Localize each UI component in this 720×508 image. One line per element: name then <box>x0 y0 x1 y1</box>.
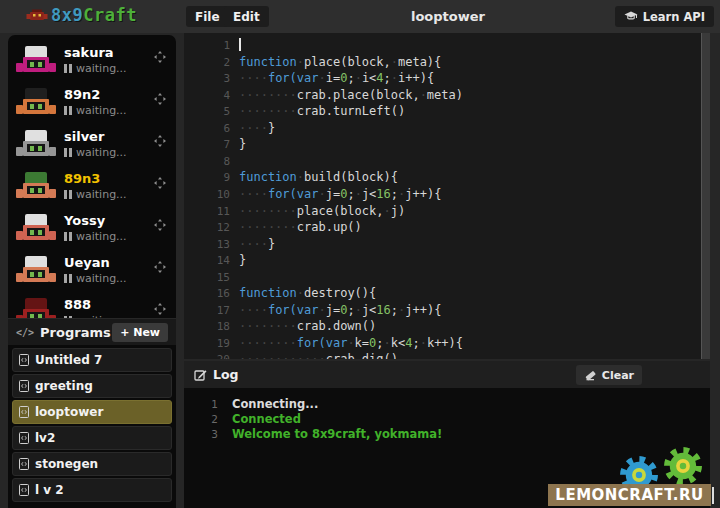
player-row[interactable]: silverwaiting... <box>8 127 176 169</box>
code-token: · <box>384 336 391 350</box>
code-token: meta){ <box>398 55 441 69</box>
player-row[interactable]: Yossywaiting... <box>8 211 176 253</box>
watermark-text-cursor <box>712 487 714 504</box>
player-row[interactable]: Ueyanwaiting... <box>8 253 176 295</box>
code-token: place(block, <box>304 55 391 69</box>
code-line[interactable]: 2function·place(block,·meta){ <box>184 54 441 71</box>
code-token: crab.up() <box>297 220 362 234</box>
code-token: ; <box>347 71 354 85</box>
program-item[interactable]: lv2 <box>12 426 172 450</box>
player-status: waiting... <box>64 188 127 201</box>
pause-icon <box>64 64 72 73</box>
code-line[interactable]: 5········crab.turnLeft() <box>184 103 405 120</box>
code-line[interactable]: 16function·destroy(){ <box>184 285 376 302</box>
player-row[interactable]: sakurawaiting... <box>8 43 176 85</box>
file-code-icon <box>19 432 29 444</box>
code-token: j++){ <box>405 187 441 201</box>
app-window: 8x9Craft File Edit looptower Learn API s… <box>0 0 720 508</box>
code-token: · <box>318 303 325 317</box>
code-line[interactable]: 1 <box>184 37 241 54</box>
code-token: ········ <box>239 88 297 102</box>
pause-icon <box>64 274 72 283</box>
learn-api-button[interactable]: Learn API <box>615 6 714 27</box>
player-status: waiting... <box>64 104 127 117</box>
player-row[interactable]: 89n2waiting... <box>8 85 176 127</box>
code-editor[interactable]: 12function·place(block,·meta){3····for(v… <box>184 33 710 359</box>
player-name: Yossy <box>64 213 105 228</box>
program-item[interactable]: greeting <box>12 374 172 398</box>
new-program-button[interactable]: + New <box>112 323 168 342</box>
line-number: 7 <box>184 137 239 153</box>
player-name: 89n2 <box>64 87 100 102</box>
programs-header: </> Programs + New <box>8 318 176 345</box>
sidebar: sakurawaiting...89n2waiting...silverwait… <box>8 35 176 508</box>
code-token: j< <box>362 187 376 201</box>
code-token: crab.turnLeft() <box>297 104 405 118</box>
code-line[interactable]: 3····for(var·i=0;·i<4;·i++){ <box>184 70 434 87</box>
code-line[interactable]: 17····for(var·j=0;·j<16;·j++){ <box>184 302 441 319</box>
crab-logo-icon <box>26 8 48 23</box>
log-line-number: 3 <box>184 428 232 440</box>
code-token: build(block){ <box>304 170 398 184</box>
code-line[interactable]: 4········crab.place(block,·meta) <box>184 87 463 104</box>
code-line[interactable]: 11········place(block,·j) <box>184 203 405 220</box>
move-player-icon[interactable] <box>154 216 166 235</box>
code-token: } <box>268 237 275 251</box>
code-line[interactable]: 6····} <box>184 120 275 137</box>
program-list: Untitled 7greetinglooptowerlv2stonegenl … <box>8 345 176 508</box>
player-name: Ueyan <box>64 255 110 270</box>
player-row[interactable]: 89n3waiting... <box>8 169 176 211</box>
code-line[interactable]: 14} <box>184 252 246 269</box>
log-entry: 3Welcome to 8x9craft, yokmama! <box>184 426 710 441</box>
pause-icon <box>64 106 72 115</box>
player-list: sakurawaiting...89n2waiting...silverwait… <box>8 35 176 318</box>
code-token: · <box>420 336 427 350</box>
code-line[interactable]: 9function·build(block){ <box>184 169 398 186</box>
code-token: ···· <box>239 121 268 135</box>
move-player-icon[interactable] <box>154 258 166 277</box>
code-line[interactable]: 19········for(var·k=0;·k<4;·k++){ <box>184 335 463 352</box>
program-label: greeting <box>35 379 93 393</box>
app-logo: 8x9Craft <box>26 5 137 25</box>
code-token: ; <box>347 303 354 317</box>
player-avatar <box>16 214 56 243</box>
code-token: for(var <box>268 71 319 85</box>
code-token: function <box>239 55 297 69</box>
player-row[interactable]: 888waiting... <box>8 295 176 318</box>
code-line[interactable]: 13····} <box>184 236 275 253</box>
move-player-icon[interactable] <box>154 300 166 318</box>
log-line-number: 1 <box>184 398 232 410</box>
code-token: } <box>268 121 275 135</box>
player-status: waiting... <box>64 62 127 75</box>
code-line[interactable]: 10····for(var·j=0;·j<16;·j++){ <box>184 186 441 203</box>
code-token: k++){ <box>427 336 463 350</box>
program-item[interactable]: l v 2 <box>12 478 172 502</box>
line-number: 18 <box>184 319 239 335</box>
code-line[interactable]: 8 <box>184 153 239 170</box>
code-token: k< <box>391 336 405 350</box>
code-token: j++){ <box>405 303 441 317</box>
program-item[interactable]: looptower <box>12 400 172 424</box>
move-player-icon[interactable] <box>154 132 166 151</box>
move-player-icon[interactable] <box>154 90 166 109</box>
file-code-icon <box>19 458 29 470</box>
clear-log-button[interactable]: Clear <box>576 365 642 385</box>
player-avatar <box>16 130 56 159</box>
code-line[interactable]: 7} <box>184 136 246 153</box>
player-status-text: waiting... <box>76 104 127 117</box>
code-token: 16 <box>376 187 390 201</box>
code-line[interactable]: 20············crab.dig() <box>184 351 398 359</box>
pause-icon <box>64 232 72 241</box>
program-item[interactable]: Untitled 7 <box>12 348 172 372</box>
scrollbar-thumb[interactable] <box>701 33 710 359</box>
program-item[interactable]: stonegen <box>12 452 172 476</box>
log-message: Connecting... <box>232 397 318 411</box>
code-token: ···· <box>239 71 268 85</box>
code-token: ···· <box>239 187 268 201</box>
code-line[interactable]: 18········crab.down() <box>184 318 376 335</box>
line-number: 8 <box>184 154 239 170</box>
move-player-icon[interactable] <box>154 48 166 67</box>
move-player-icon[interactable] <box>154 174 166 193</box>
code-line[interactable]: 15 <box>184 269 239 286</box>
code-line[interactable]: 12········crab.up() <box>184 219 362 236</box>
